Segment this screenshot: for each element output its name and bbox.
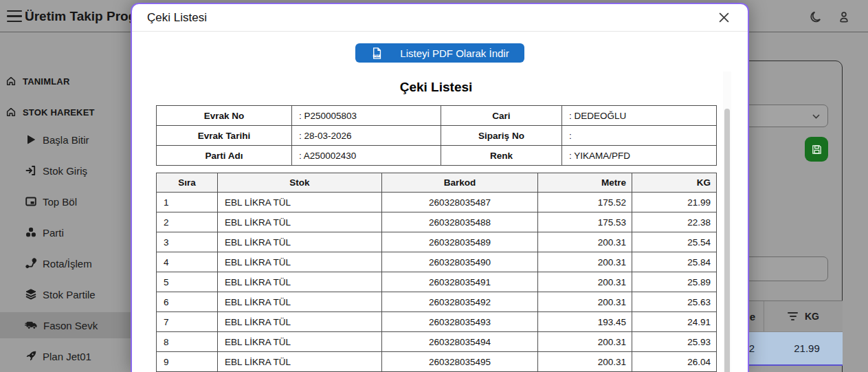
info-cell: : 28-03-2026 [292, 126, 441, 146]
info-cell: : DEDEOĞLU [562, 106, 717, 126]
table-row: 6EBL LİKRA TÜL260328035492200.3125.63 [157, 292, 717, 312]
table-cell: 26.04 [632, 352, 717, 372]
document-info-table: Evrak No: P250005803Cari: DEDEOĞLUEvrak … [156, 105, 717, 166]
ceki-listesi-modal: Çeki Listesi PDF Listeyi PDF Olarak İndi… [131, 3, 749, 372]
filter-icon [788, 312, 798, 320]
table-cell: 8 [157, 332, 218, 352]
table-cell: EBL LİKRA TÜL [218, 292, 382, 312]
play-icon [25, 133, 37, 146]
download-pdf-button[interactable]: PDF Listeyi PDF Olarak İndir [355, 43, 524, 63]
table-header-row: SıraStokBarkodMetreKG [157, 173, 717, 193]
table-cell: EBL LİKRA TÜL [218, 212, 382, 232]
pdf-file-icon: PDF [370, 47, 383, 60]
table-row: 2EBL LİKRA TÜL260328035488175.5322.38 [157, 212, 717, 232]
table-cell: 200.31 [538, 352, 632, 372]
column-header: Sıra [157, 173, 218, 193]
modal-header: Çeki Listesi [132, 4, 748, 32]
table-row: 1EBL LİKRA TÜL260328035487175.5221.99 [157, 193, 717, 212]
home-icon [5, 76, 16, 87]
table-cell: 260328035490 [382, 252, 538, 272]
table-cell: 175.53 [538, 212, 632, 232]
table-cell: 260328035491 [382, 272, 538, 292]
page-title: Çeki Listesi [156, 80, 716, 95]
info-cell: Cari [441, 106, 562, 126]
table-cell: EBL LİKRA TÜL [218, 232, 382, 252]
ceki-list-table: SıraStokBarkodMetreKG 1EBL LİKRA TÜL2603… [156, 173, 717, 372]
table-cell: 25.63 [632, 292, 717, 312]
table-cell: 260328035493 [382, 312, 538, 332]
table-cell: EBL LİKRA TÜL [218, 312, 382, 332]
table-cell: 25.89 [632, 272, 717, 292]
background-kg-header[interactable]: KG [764, 301, 843, 331]
sidebar-item-label: Top Böl [43, 196, 77, 208]
modal-scrollbar-thumb[interactable] [724, 109, 730, 372]
table-cell: 5 [157, 272, 218, 292]
table-row: 4EBL LİKRA TÜL260328035490200.3125.84 [157, 252, 717, 272]
table-cell: 25.54 [632, 232, 717, 252]
table-cell: 260328035488 [382, 212, 538, 232]
kg-header-label: KG [805, 311, 819, 322]
rocket-icon [25, 350, 37, 362]
floppy-disk-icon [811, 144, 823, 155]
close-icon[interactable] [715, 9, 733, 27]
route-icon [25, 257, 37, 270]
table-cell: 175.52 [538, 193, 632, 212]
info-cell: Evrak No [157, 106, 292, 126]
info-row: Evrak No: P250005803Cari: DEDEOĞLU [157, 106, 717, 126]
modal-title: Çeki Listesi [147, 11, 207, 25]
hamburger-menu-icon[interactable] [7, 10, 22, 22]
sidebar-item-label: Rota/İşlem [43, 258, 92, 270]
info-cell: Evrak Tarihi [157, 126, 292, 146]
column-header: Barkod [382, 173, 538, 193]
info-cell: : YIKAMA/PFD [562, 146, 717, 166]
pip-icon [25, 195, 37, 208]
table-cell: 260328035487 [382, 193, 538, 212]
table-cell: 260328035492 [382, 292, 538, 312]
table-cell: 25.93 [632, 332, 717, 352]
table-cell: EBL LİKRA TÜL [218, 252, 382, 272]
table-row: 5EBL LİKRA TÜL260328035491200.3125.89 [157, 272, 717, 292]
column-header: Metre [538, 173, 632, 193]
info-row: Evrak Tarihi: 28-03-2026Sipariş No: [157, 126, 717, 146]
dark-mode-moon-icon[interactable] [809, 10, 823, 24]
table-cell: 7 [157, 312, 218, 332]
table-row: 7EBL LİKRA TÜL260328035493193.4524.91 [157, 312, 717, 332]
truck-icon [25, 319, 38, 331]
info-cell: : [562, 126, 717, 146]
info-cell: Parti Adı [157, 146, 292, 166]
modal-body: PDF Listeyi PDF Olarak İndir Çeki Listes… [132, 43, 748, 372]
table-cell: 200.31 [538, 292, 632, 312]
info-cell: Sipariş No [441, 126, 562, 146]
info-cell: : A250002430 [292, 146, 441, 166]
table-cell: 4 [157, 252, 218, 272]
table-cell: 200.31 [538, 252, 632, 272]
sidebar-section-label: TANIMLAR [23, 76, 70, 87]
save-button[interactable] [805, 137, 828, 162]
table-cell: 200.31 [538, 332, 632, 352]
sidebar-item-label: Stok Partile [43, 289, 96, 300]
sidebar-item-label: Parti [43, 227, 64, 239]
column-header: KG [632, 173, 717, 193]
table-cell: 1 [157, 193, 218, 212]
table-cell: EBL LİKRA TÜL [218, 272, 382, 292]
table-cell: 25.84 [632, 252, 717, 272]
table-cell: 21.99 [632, 193, 717, 212]
column-header: Stok [218, 173, 382, 193]
home-icon [5, 107, 16, 118]
table-cell: EBL LİKRA TÜL [218, 352, 382, 372]
login-icon [25, 164, 37, 177]
sidebar-item-label: Fason Sevk [43, 320, 98, 331]
table-cell: 200.31 [538, 232, 632, 252]
sidebar-item-label: Başla Bitir [43, 134, 89, 146]
table-cell: 2 [157, 212, 218, 232]
table-cell: 200.31 [538, 272, 632, 292]
svg-text:PDF: PDF [375, 54, 380, 57]
user-account-icon[interactable] [837, 10, 851, 24]
table-cell: 260328035495 [382, 352, 538, 372]
layers-icon [25, 288, 37, 300]
app-title: Üretim Takip Prog [25, 9, 136, 24]
table-cell: EBL LİKRA TÜL [218, 193, 382, 212]
download-pdf-label: Listeyi PDF Olarak İndir [400, 47, 509, 59]
sidebar-item-label: Plan Jet01 [43, 351, 91, 362]
table-cell: 9 [157, 352, 218, 372]
